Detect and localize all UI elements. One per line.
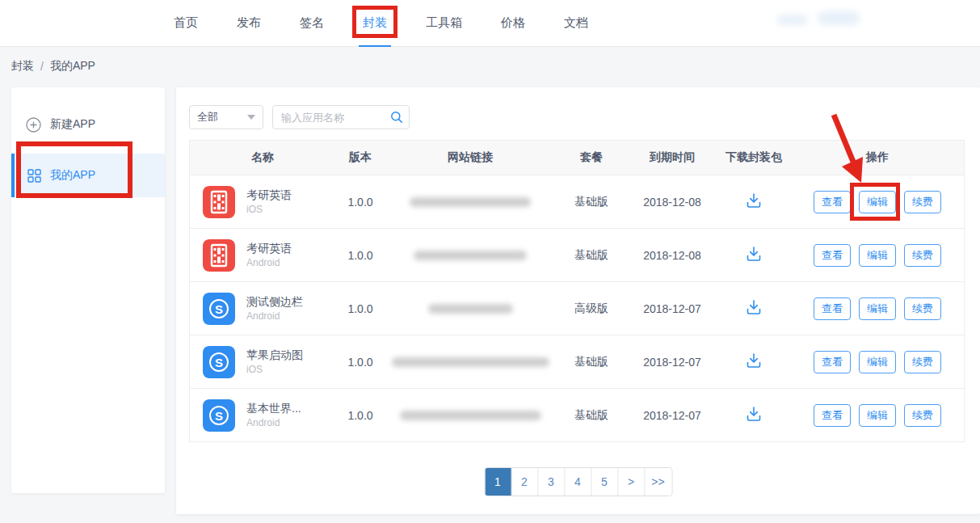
col-header-plan: 套餐: [555, 150, 628, 165]
table-row: S 测试侧边栏Android 1.0.0 高级版 2018-12-07 查看 编…: [190, 281, 964, 335]
film-app-icon: [203, 186, 235, 218]
nav-item-sign[interactable]: 签名: [296, 0, 328, 47]
table-row: 考研英语iOS 1.0.0 基础版 2018-12-08 查看 编辑 续费: [190, 175, 964, 228]
sidebar-item-my-app[interactable]: 我的APP: [11, 154, 165, 197]
edit-button[interactable]: 编辑: [859, 404, 896, 427]
app-name: 考研英语: [246, 188, 292, 203]
col-header-expiry: 到期时间: [628, 150, 717, 165]
renew-button[interactable]: 续费: [904, 191, 941, 213]
app-expiry: 2018-12-08: [628, 249, 717, 262]
blurred-site-link: [428, 304, 513, 314]
s-logo-app-icon: S: [203, 399, 235, 432]
app-plan: 基础版: [555, 248, 628, 263]
download-icon[interactable]: [745, 352, 763, 369]
nav-item-home[interactable]: 首页: [170, 0, 202, 47]
col-header-download: 下载封装包: [717, 150, 791, 165]
type-select-value: 全部: [197, 110, 218, 124]
app-plan: 基础版: [555, 408, 628, 423]
view-button[interactable]: 查看: [814, 297, 851, 320]
nav-item-package[interactable]: 封装: [359, 0, 391, 47]
table-header-row: 名称 版本 网站链接 套餐 到期时间 下载封装包 操作: [190, 141, 964, 175]
edit-button[interactable]: 编辑: [859, 244, 896, 267]
app-name: 考研英语: [246, 241, 292, 256]
app-plan: 基础版: [555, 195, 628, 209]
blurred-account-info: [777, 15, 808, 25]
sidebar-item-label: 我的APP: [50, 168, 95, 183]
top-nav-bar: 首页 发布 签名 封装 工具箱 价格 文档: [0, 0, 980, 47]
blurred-account-info: [818, 11, 860, 25]
download-icon[interactable]: [745, 298, 763, 316]
app-version: 1.0.0: [335, 356, 385, 369]
app-platform: Android: [246, 256, 292, 269]
renew-button[interactable]: 续费: [904, 351, 941, 373]
page-button-3[interactable]: 3: [538, 468, 565, 496]
chevron-down-icon: [247, 115, 255, 120]
s-logo-app-icon: S: [203, 293, 235, 325]
app-platform: iOS: [246, 203, 292, 216]
grid-icon: [27, 169, 41, 183]
nav-item-publish[interactable]: 发布: [233, 0, 265, 47]
app-table: 名称 版本 网站链接 套餐 到期时间 下载封装包 操作 考研英语iOS 1.0.…: [189, 140, 965, 442]
app-expiry: 2018-12-08: [628, 196, 717, 209]
download-icon[interactable]: [745, 192, 763, 209]
nav-item-price[interactable]: 价格: [497, 0, 529, 47]
nav-item-toolbox[interactable]: 工具箱: [422, 0, 466, 47]
col-header-actions: 操作: [791, 150, 964, 165]
app-version: 1.0.0: [335, 409, 385, 422]
app-expiry: 2018-12-07: [628, 302, 717, 315]
app-name: 测试侧边栏: [246, 294, 303, 310]
edit-button[interactable]: 编辑: [859, 191, 896, 213]
next-page-button[interactable]: >: [618, 468, 645, 496]
renew-button[interactable]: 续费: [904, 244, 941, 267]
app-platform: Android: [246, 416, 301, 429]
breadcrumb: 封装 / 我的APP: [11, 47, 95, 86]
view-button[interactable]: 查看: [814, 191, 851, 213]
last-page-button[interactable]: >>: [645, 468, 671, 496]
sidebar-item-new-app[interactable]: 新建APP: [11, 108, 165, 141]
table-row: S 苹果启动图iOS 1.0.0 基础版 2018-12-07 查看 编辑 续费: [190, 335, 964, 388]
blurred-site-link: [392, 357, 549, 367]
app-platform: iOS: [246, 363, 303, 376]
main-content: 全部 名称 版本 网站链接 套餐 到期时间 下载封装包 操作 考研英: [176, 87, 980, 514]
app-plan: 基础版: [555, 355, 628, 369]
app-version: 1.0.0: [335, 302, 385, 315]
search-input[interactable]: [272, 105, 410, 129]
col-header-version: 版本: [335, 150, 385, 165]
breadcrumb-separator: /: [40, 60, 44, 73]
app-expiry: 2018-12-07: [628, 409, 717, 422]
edit-button[interactable]: 编辑: [859, 351, 896, 373]
page-button-2[interactable]: 2: [511, 468, 538, 496]
search-icon[interactable]: [390, 111, 403, 124]
app-platform: Android: [246, 310, 303, 323]
s-logo-app-icon: S: [203, 346, 235, 378]
download-icon[interactable]: [745, 245, 763, 263]
blurred-site-link: [400, 411, 541, 420]
sidebar: 新建APP 我的APP: [11, 87, 165, 493]
page-button-5[interactable]: 5: [591, 468, 618, 496]
col-header-link: 网站链接: [385, 150, 555, 165]
view-button[interactable]: 查看: [814, 404, 851, 427]
type-select[interactable]: 全部: [189, 105, 263, 129]
view-button[interactable]: 查看: [814, 351, 851, 373]
svg-text:S: S: [215, 302, 223, 315]
view-button[interactable]: 查看: [814, 244, 851, 267]
renew-button[interactable]: 续费: [904, 297, 941, 320]
page-button-4[interactable]: 4: [565, 468, 591, 496]
download-icon[interactable]: [745, 405, 763, 423]
app-version: 1.0.0: [335, 196, 385, 209]
app-version: 1.0.0: [335, 249, 385, 262]
svg-text:S: S: [215, 408, 223, 422]
blurred-site-link: [414, 251, 527, 260]
app-name: 基本世界...: [246, 401, 301, 416]
col-header-name: 名称: [190, 150, 335, 165]
edit-button[interactable]: 编辑: [859, 297, 896, 320]
nav-item-docs[interactable]: 文档: [560, 0, 592, 47]
app-plan: 高级版: [555, 302, 628, 316]
breadcrumb-current: 我的APP: [50, 59, 95, 74]
breadcrumb-section[interactable]: 封装: [11, 59, 34, 74]
filter-bar: 全部: [189, 105, 410, 129]
renew-button[interactable]: 续费: [904, 404, 941, 427]
page-button-1[interactable]: 1: [485, 468, 511, 496]
table-row: S 基本世界...Android 1.0.0 基础版 2018-12-07 查看…: [190, 388, 964, 441]
svg-text:S: S: [215, 355, 223, 369]
